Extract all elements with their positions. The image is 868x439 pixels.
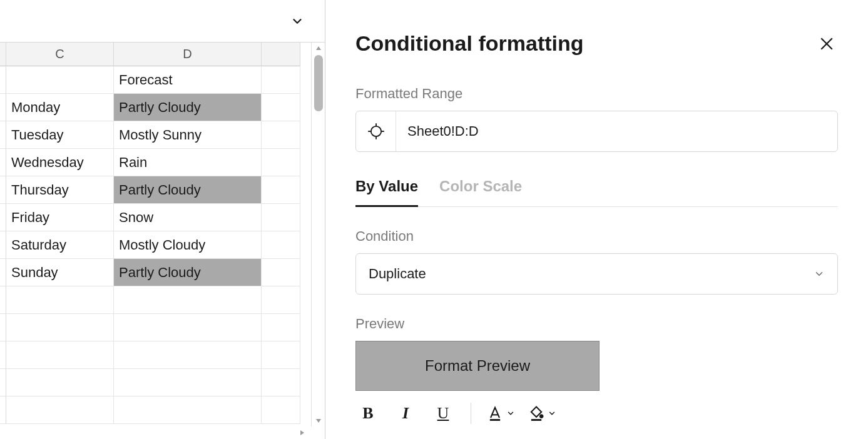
cell[interactable] [262, 176, 300, 204]
preview-label: Preview [355, 316, 838, 332]
column-header-d[interactable]: D [114, 43, 262, 66]
row-gutter[interactable] [0, 396, 6, 424]
cell[interactable]: Thursday [6, 176, 114, 204]
table-row [0, 369, 311, 396]
format-toolbar: B I U [355, 401, 838, 426]
table-row: ThursdayPartly Cloudy [0, 176, 311, 204]
close-icon [817, 34, 836, 53]
chevron-down-icon [506, 409, 515, 418]
grid[interactable]: C D ForecastMondayPartly CloudyTuesdayMo… [0, 43, 311, 426]
table-row [0, 341, 311, 369]
horizontal-scrollbar[interactable] [0, 426, 325, 439]
condition-select[interactable]: Duplicate [355, 253, 838, 295]
scrollbar-track[interactable] [314, 55, 323, 414]
scroll-up-arrow-icon[interactable] [313, 43, 324, 54]
fill-color-icon [528, 405, 545, 422]
tab-by-value[interactable]: By Value [355, 178, 418, 207]
cell[interactable] [262, 94, 300, 121]
row-gutter[interactable] [0, 231, 6, 259]
row-gutter[interactable] [0, 341, 6, 369]
text-color-button[interactable] [486, 405, 515, 422]
cell[interactable] [114, 286, 262, 314]
cell[interactable]: Saturday [6, 231, 114, 259]
cell[interactable] [262, 231, 300, 259]
range-value[interactable]: Sheet0!D:D [396, 123, 837, 139]
bold-button[interactable]: B [355, 401, 380, 426]
chevron-down-icon [548, 409, 556, 418]
cell[interactable]: Mostly Cloudy [114, 231, 262, 259]
cell[interactable] [262, 341, 300, 369]
range-label: Formatted Range [355, 86, 838, 102]
column-header-e[interactable] [262, 43, 300, 66]
italic-button[interactable]: I [393, 401, 418, 426]
cell[interactable]: Partly Cloudy [114, 94, 262, 121]
cell[interactable]: Tuesday [6, 121, 114, 149]
cell[interactable] [6, 66, 114, 94]
cell[interactable] [262, 286, 300, 314]
cell[interactable] [262, 149, 300, 176]
tab-color-scale[interactable]: Color Scale [439, 178, 522, 207]
cell[interactable]: Monday [6, 94, 114, 121]
row-gutter[interactable] [0, 204, 6, 231]
cell[interactable] [262, 121, 300, 149]
range-input[interactable]: Sheet0!D:D [355, 111, 838, 152]
cell[interactable] [6, 341, 114, 369]
row-gutter[interactable] [0, 176, 6, 204]
cell[interactable] [262, 396, 300, 424]
cell[interactable] [6, 286, 114, 314]
cell[interactable] [6, 314, 114, 341]
scroll-right-arrow-icon[interactable] [299, 429, 306, 436]
cell[interactable] [114, 369, 262, 396]
column-header-c[interactable]: C [6, 43, 114, 66]
row-gutter[interactable] [0, 94, 6, 121]
scroll-down-arrow-icon[interactable] [313, 415, 324, 426]
crosshair-icon [367, 123, 385, 140]
close-button[interactable] [815, 33, 838, 55]
condition-value: Duplicate [369, 266, 426, 282]
row-gutter[interactable] [0, 369, 6, 396]
chevron-down-icon [290, 14, 304, 28]
chevron-down-icon [814, 268, 825, 280]
table-row [0, 314, 311, 341]
row-gutter[interactable] [0, 121, 6, 149]
cell[interactable] [262, 369, 300, 396]
cell[interactable]: Wednesday [6, 149, 114, 176]
corner-cell[interactable] [0, 43, 6, 66]
cell[interactable] [6, 396, 114, 424]
cell[interactable] [6, 369, 114, 396]
condition-label: Condition [355, 228, 838, 245]
table-row [0, 286, 311, 314]
underline-button[interactable]: U [431, 401, 456, 426]
row-gutter[interactable] [0, 259, 6, 286]
vertical-scrollbar[interactable] [311, 43, 325, 426]
cell[interactable]: Partly Cloudy [114, 176, 262, 204]
cell[interactable] [262, 314, 300, 341]
svg-point-5 [370, 126, 380, 136]
scrollbar-thumb[interactable] [314, 55, 323, 111]
cell[interactable]: Mostly Sunny [114, 121, 262, 149]
fill-color-button[interactable] [528, 405, 556, 422]
row-gutter[interactable] [0, 286, 6, 314]
cell[interactable] [262, 66, 300, 94]
row-gutter[interactable] [0, 149, 6, 176]
format-preview: Format Preview [355, 341, 600, 391]
svg-marker-2 [300, 430, 304, 435]
cell[interactable] [114, 396, 262, 424]
cell[interactable]: Rain [114, 149, 262, 176]
cell[interactable] [114, 314, 262, 341]
cell[interactable]: Friday [6, 204, 114, 231]
range-picker-button[interactable] [356, 111, 396, 151]
cell[interactable] [262, 204, 300, 231]
cell[interactable] [114, 341, 262, 369]
cell[interactable]: Partly Cloudy [114, 259, 262, 286]
row-gutter[interactable] [0, 66, 6, 94]
cell[interactable]: Snow [114, 204, 262, 231]
cell[interactable]: Sunday [6, 259, 114, 286]
cell[interactable] [262, 259, 300, 286]
formula-bar-expand-button[interactable] [287, 11, 307, 31]
text-color-icon [486, 405, 504, 422]
cell[interactable]: Forecast [114, 66, 262, 94]
table-row: WednesdayRain [0, 149, 311, 176]
row-gutter[interactable] [0, 314, 6, 341]
separator [471, 403, 471, 424]
